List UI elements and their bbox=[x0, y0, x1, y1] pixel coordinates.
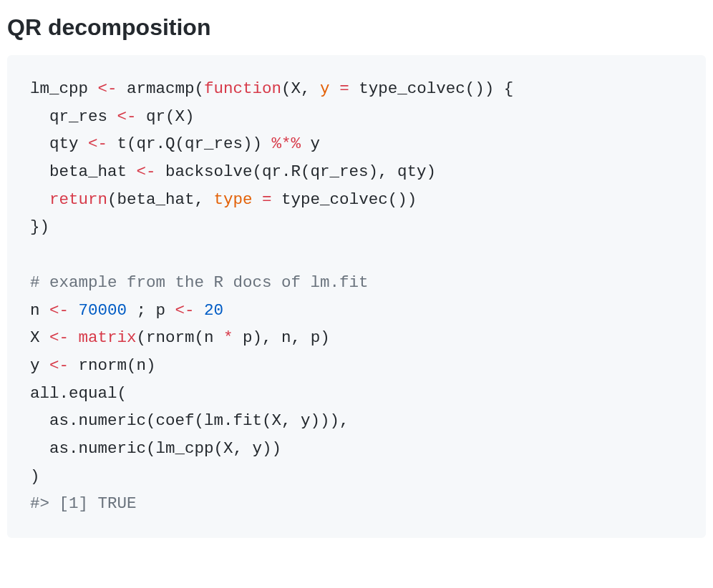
code-token: armacmp( bbox=[117, 79, 205, 98]
code-token: 20 bbox=[204, 301, 223, 320]
code-token: * bbox=[223, 328, 233, 347]
code-token: y bbox=[301, 134, 320, 153]
code-token: type_colvec()) bbox=[272, 190, 417, 209]
section-heading: QR decomposition bbox=[7, 7, 706, 41]
code-token: qr_res bbox=[30, 107, 117, 126]
code-token bbox=[330, 79, 340, 98]
code-token bbox=[195, 301, 205, 320]
code-token: <- bbox=[137, 162, 156, 181]
code-token bbox=[30, 190, 49, 209]
code-token: return bbox=[49, 190, 107, 209]
code-token: %*% bbox=[272, 134, 301, 153]
code-token: ) bbox=[30, 467, 40, 486]
code-token bbox=[69, 328, 79, 347]
code-token: <- bbox=[49, 328, 69, 347]
code-token: p), n, p) bbox=[233, 328, 330, 347]
code-token: (beta_hat, bbox=[107, 190, 214, 209]
code-token: <- bbox=[175, 301, 195, 320]
code-token: function bbox=[204, 79, 281, 98]
code-token: #> [1] TRUE bbox=[30, 494, 137, 513]
code-token: <- bbox=[49, 301, 69, 320]
code-token: y bbox=[320, 79, 330, 98]
code-token: as.numeric(coef(lm.fit(X, y))), bbox=[30, 411, 349, 430]
code-token: <- bbox=[49, 356, 69, 375]
code-token: n bbox=[30, 301, 49, 320]
code-token: = bbox=[262, 190, 272, 209]
code-token: y bbox=[30, 356, 49, 375]
code-token: ; p bbox=[127, 301, 175, 320]
code-token: # example from the R docs of lm.fit bbox=[30, 273, 369, 292]
code-token: }) bbox=[30, 217, 49, 236]
code-token: beta_hat bbox=[30, 162, 137, 181]
code-token: <- bbox=[117, 107, 137, 126]
code-token: 70000 bbox=[79, 301, 127, 320]
code-token: rnorm(n) bbox=[69, 356, 156, 375]
code-token: <- bbox=[98, 79, 117, 98]
code-token: backsolve(qr.R(qr_res), qty) bbox=[156, 162, 437, 181]
code-token: all.equal( bbox=[30, 384, 127, 403]
code-token: as.numeric(lm_cpp(X, y)) bbox=[30, 439, 281, 458]
code-token bbox=[253, 190, 263, 209]
code-token: type bbox=[214, 190, 253, 209]
code-token: = bbox=[339, 79, 349, 98]
code-token: (X, bbox=[281, 79, 320, 98]
code-token: t(qr.Q(qr_res)) bbox=[107, 134, 272, 153]
code-token: X bbox=[30, 328, 49, 347]
code-token: qty bbox=[30, 134, 88, 153]
code-block: lm_cpp <- armacmp(function(X, y = type_c… bbox=[7, 55, 706, 538]
code-token: type_colvec()) { bbox=[349, 79, 514, 98]
code-token: qr(X) bbox=[137, 107, 195, 126]
code-token bbox=[69, 301, 79, 320]
code-token: (rnorm(n bbox=[137, 328, 224, 347]
code-token: lm_cpp bbox=[30, 79, 98, 98]
code-token: matrix bbox=[79, 328, 137, 347]
code-token: <- bbox=[88, 134, 107, 153]
